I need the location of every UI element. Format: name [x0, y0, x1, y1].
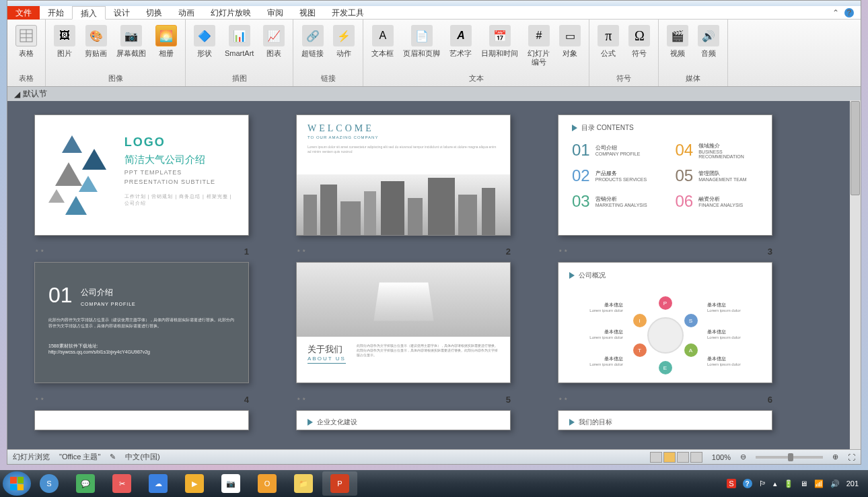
normal-view-button[interactable]	[650, 452, 662, 463]
windows-taskbar: S 💬 ✂ ☁ ▶ 📷 O 📁 P S ? 🏳 ▴ 🔋 🖥 📶 🔊 201	[0, 470, 868, 497]
tab-developer[interactable]: 开发工具	[324, 6, 372, 20]
tab-transition[interactable]: 切换	[138, 6, 170, 20]
fit-window-button[interactable]: ⛶	[848, 453, 855, 461]
language-label[interactable]: 中文(中国)	[125, 452, 159, 462]
tray-wifi-icon[interactable]: 📶	[814, 479, 824, 488]
datetime-button[interactable]: 📅日期和时间	[477, 22, 522, 61]
slide8-title: 企业文化建设	[297, 411, 510, 427]
tab-insert[interactable]: 插入	[72, 6, 106, 20]
table-button[interactable]: 表格	[11, 22, 41, 61]
wordart-button[interactable]: A艺术字	[445, 22, 476, 61]
slide9-title: 我们的目标	[558, 411, 772, 427]
slide-thumbnail-5[interactable]: 关于我们 ABOUT US 此部分内容作为文字排版占位显示（建议使用主题字体），…	[296, 262, 511, 389]
slideshow-view-button[interactable]	[690, 452, 702, 463]
slide6-title: 公司概况	[569, 271, 761, 280]
album-button[interactable]: 🌅相册	[151, 22, 181, 61]
tray-flag-icon[interactable]: 🏳	[759, 479, 766, 488]
hallway-image	[297, 263, 510, 337]
equation-icon: π	[598, 25, 619, 46]
symbol-button[interactable]: Ω符号	[624, 22, 654, 61]
slide-number: 1	[244, 246, 249, 257]
hyperlink-button[interactable]: 🔗超链接	[297, 22, 328, 61]
slide4-number: 01	[48, 283, 73, 308]
screenshot-button[interactable]: 📷屏幕截图	[112, 22, 150, 61]
tab-design[interactable]: 设计	[106, 6, 138, 20]
animation-indicator-icon: ⋆⋆	[34, 246, 45, 255]
statusbar: 幻灯片浏览 "Office 主题" ✎ 中文(中国) 100% ⊖ ⊕ ⛶	[7, 449, 861, 464]
taskbar-item-cloud[interactable]: ☁	[141, 471, 176, 496]
zoom-slider[interactable]	[756, 456, 823, 459]
slide-number: 6	[768, 395, 772, 405]
equation-button[interactable]: π公式	[593, 22, 623, 61]
tray-up-icon[interactable]: ▴	[773, 479, 777, 488]
help-icon[interactable]: ?	[844, 8, 854, 18]
audio-button[interactable]: 🔊音频	[694, 22, 723, 61]
tray-clock[interactable]: 201	[846, 479, 859, 488]
city-skyline-image	[297, 174, 510, 235]
clipart-icon: 🎨	[85, 25, 107, 46]
object-button[interactable]: ▭对象	[555, 22, 585, 61]
slide1-tags: 工作计划 | 营销规划 | 商务总结 | 框架完整 | 公司介绍	[124, 193, 235, 207]
zoom-out-button[interactable]: ⊖	[740, 453, 746, 461]
reading-view-button[interactable]	[677, 452, 689, 463]
tray-sogou-icon[interactable]: S	[727, 479, 735, 488]
taskbar-item-browser[interactable]: S	[32, 471, 67, 496]
start-button[interactable]	[3, 471, 31, 496]
chart-button[interactable]: 📈图表	[259, 22, 289, 61]
taskbar-item-player[interactable]: ▶	[177, 471, 212, 496]
slide-thumbnail-7[interactable]	[34, 410, 249, 436]
action-button[interactable]: ⚡动作	[329, 22, 359, 61]
slide-thumbnail-4[interactable]: 01 公司介绍 COMPANY PROFILE 此部分内容作为文字排版占位显示（…	[34, 262, 249, 389]
tray-battery-icon[interactable]: 🔋	[784, 479, 793, 488]
tab-view[interactable]: 视图	[291, 6, 324, 20]
picture-button[interactable]: 🖼图片	[50, 22, 79, 61]
tab-review[interactable]: 审阅	[259, 6, 291, 20]
slide-thumbnail-9[interactable]: 我们的目标	[558, 410, 772, 436]
datetime-icon: 📅	[489, 25, 511, 46]
headerfooter-button[interactable]: 📄页眉和页脚	[399, 22, 444, 61]
tray-help-icon[interactable]: ?	[743, 479, 752, 488]
headerfooter-icon: 📄	[411, 25, 433, 46]
clipart-button[interactable]: 🎨剪贴画	[81, 22, 111, 61]
video-button[interactable]: 🎬视频	[663, 22, 692, 61]
slide-thumbnail-8[interactable]: 企业文化建设	[296, 410, 511, 436]
taskbar-item-wechat[interactable]: 💬	[68, 471, 103, 496]
slide2-sub: TO OUR AMAZING COMPANY	[308, 135, 499, 139]
slide-thumbnail-3[interactable]: 目录 CONTENTS 01公司介绍COMPANY PROFILE04领域推介B…	[558, 114, 772, 242]
tab-animation[interactable]: 动画	[170, 6, 203, 20]
slide1-title: 简洁大气公司介绍	[124, 154, 235, 166]
slide-thumbnail-6[interactable]: 公司概况 P E I S T A 基本信息Lorem ipsum dolor 基…	[558, 262, 772, 389]
zoom-in-button[interactable]: ⊕	[832, 453, 838, 461]
object-icon: ▭	[559, 25, 581, 46]
symbol-icon: Ω	[628, 25, 650, 46]
taskbar-item-powerpoint[interactable]: P	[322, 471, 357, 496]
taskbar-item-outlook[interactable]: O	[250, 471, 285, 496]
view-mode-label: 幻灯片浏览	[13, 452, 50, 462]
tray-volume-icon[interactable]: 🔊	[830, 479, 840, 488]
audio-icon: 🔊	[698, 25, 719, 46]
animation-indicator-icon: ⋆⋆	[296, 394, 307, 403]
tab-home[interactable]: 开始	[40, 6, 72, 20]
slidenumber-button[interactable]: #幻灯片 编号	[523, 22, 554, 69]
smartart-button[interactable]: 📊SmartArt	[221, 22, 258, 61]
scroll-thumb[interactable]	[851, 101, 860, 195]
animation-indicator-icon: ⋆⋆	[296, 246, 307, 255]
taskbar-item-explorer[interactable]: 📁	[286, 471, 321, 496]
textbox-button[interactable]: A文本框	[367, 22, 398, 61]
collapse-icon[interactable]: ◢	[14, 90, 20, 99]
shapes-button[interactable]: 🔷形状	[190, 22, 219, 61]
slide-thumbnail-2[interactable]: WELCOME TO OUR AMAZING COMPANY Lorem ips…	[296, 114, 511, 242]
wordart-icon: A	[450, 25, 472, 46]
ribbon-group-symbols: π公式 Ω符号 符号	[589, 20, 659, 86]
vertical-scrollbar[interactable]	[850, 100, 861, 449]
tab-slideshow[interactable]: 幻灯片放映	[203, 6, 259, 20]
taskbar-item-camera[interactable]: 📷	[213, 471, 248, 496]
tray-monitor-icon[interactable]: 🖥	[800, 479, 807, 488]
sorter-view-button[interactable]	[663, 452, 676, 463]
section-header[interactable]: ◢ 默认节	[7, 87, 861, 101]
minimize-ribbon-icon[interactable]: ⌃	[832, 8, 839, 18]
taskbar-item-snip[interactable]: ✂	[104, 471, 139, 496]
spellcheck-icon[interactable]: ✎	[110, 453, 116, 461]
tab-file[interactable]: 文件	[7, 6, 40, 20]
slide-thumbnail-1[interactable]: LOGO 简洁大气公司介绍 PPT TEMPLATES PRESENTATION…	[34, 114, 249, 242]
